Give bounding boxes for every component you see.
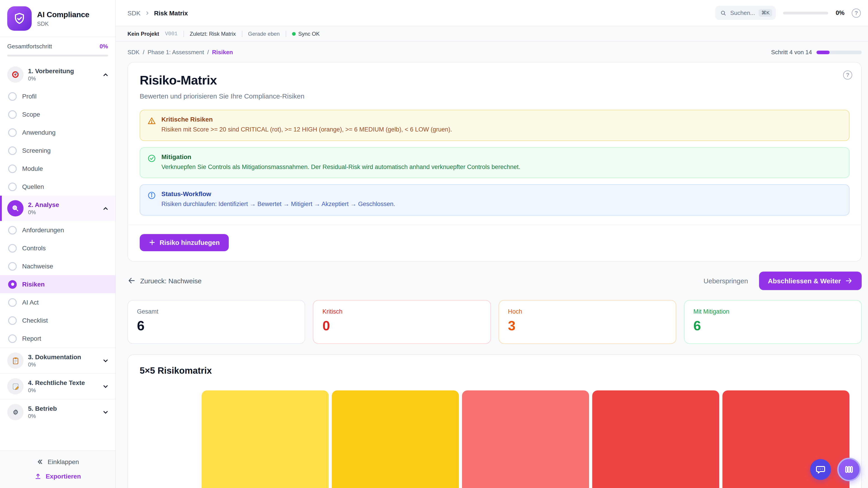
risk-matrix-card: 5×5 Risikomatrix	[127, 354, 862, 488]
page-title: Risiko-Matrix	[140, 73, 849, 88]
overall-progress-bar	[7, 55, 108, 57]
sidebar-footer: Einklappen Exportieren	[0, 451, 115, 488]
step-progress-bar	[816, 51, 862, 54]
chat-bubble-icon	[815, 464, 826, 475]
crumb-sdk[interactable]: SDK	[127, 49, 140, 56]
chevron-up-icon	[102, 205, 109, 212]
sidebar-item-controls[interactable]: Controls	[0, 239, 115, 257]
collapse-sidebar-button[interactable]: Einklappen	[36, 458, 79, 465]
radio-icon	[8, 110, 17, 119]
radio-icon	[8, 146, 17, 155]
alert-mitigation: Mitigation Verknuepfen Sie Controls als …	[140, 147, 849, 178]
memo-icon	[7, 378, 24, 394]
last-saved-time: Gerade eben	[248, 31, 280, 37]
check-circle-icon	[147, 154, 156, 162]
sidebar-nav: 1. Vorbereitung 0% Profil Scope Anwendun…	[0, 62, 115, 451]
search-icon	[720, 10, 726, 16]
arrow-right-icon	[845, 277, 852, 285]
double-chevron-left-icon	[36, 458, 43, 465]
sidebar-section-analyse[interactable]: 2. Analyse 0%	[0, 196, 115, 221]
overall-progress-value: 0%	[99, 43, 108, 50]
help-icon[interactable]: ?	[852, 8, 861, 18]
sidebar-item-risiken[interactable]: Risiken	[0, 275, 115, 293]
overall-progress: Gesamtfortschritt 0%	[0, 37, 115, 62]
header-progress-bar	[783, 11, 829, 14]
search-input[interactable]: Suchen... ⌘K	[715, 6, 776, 20]
sidebar-item-anforderungen[interactable]: Anforderungen	[0, 221, 115, 239]
chevron-down-icon	[102, 357, 109, 364]
skip-button[interactable]: Ueberspringen	[704, 277, 748, 285]
matrix-cell[interactable]	[722, 390, 849, 488]
sidebar-section-vorbereitung[interactable]: 1. Vorbereitung 0%	[0, 62, 115, 87]
stat-card-mit-mitigation: Mit Mitigation 6	[684, 300, 862, 344]
matrix-cell[interactable]	[462, 390, 589, 488]
breadcrumb: SDK / Phase 1: Assessment / Risiken	[127, 49, 233, 56]
clipboard-icon	[7, 352, 24, 369]
back-button[interactable]: Zurueck: Nachweise	[127, 276, 202, 285]
breadcrumb-current: Risk Matrix	[154, 9, 188, 17]
sidebar: AI Compliance SDK Gesamtfortschritt 0% 1…	[0, 0, 116, 488]
sidebar-item-checklist[interactable]: Checklist	[0, 311, 115, 329]
chevron-up-icon	[102, 71, 109, 78]
export-button[interactable]: Exportieren	[34, 473, 81, 480]
app-logo	[7, 6, 32, 31]
app-subtitle: SDK	[37, 21, 89, 27]
sidebar-section-dokumentation[interactable]: 3. Dokumentation 0%	[0, 348, 115, 373]
upload-icon	[34, 473, 41, 480]
radio-icon	[8, 182, 17, 191]
page-subtitle: Bewerten und priorisieren Sie Ihre Compl…	[140, 92, 849, 100]
card-help-icon[interactable]: ?	[843, 70, 852, 79]
matrix-cell[interactable]	[592, 390, 719, 488]
sidebar-item-profil[interactable]: Profil	[0, 87, 115, 105]
section-items: Anforderungen Controls Nachweise Risiken…	[0, 221, 115, 348]
stat-card-kritisch: Kritisch 0	[313, 300, 491, 344]
page-content: SDK / Phase 1: Assessment / Risiken Schr…	[116, 41, 868, 488]
search-placeholder: Suchen...	[730, 9, 755, 16]
radio-icon	[8, 92, 17, 101]
crumb-phase[interactable]: Phase 1: Assessment	[148, 49, 204, 56]
step-indicator: Schritt 4 von 14	[771, 49, 862, 56]
sidebar-item-ai-act[interactable]: AI Act	[0, 293, 115, 311]
breadcrumb-root[interactable]: SDK	[127, 9, 141, 17]
sidebar-item-anwendung[interactable]: Anwendung	[0, 123, 115, 141]
project-name: Kein Projekt	[127, 31, 159, 37]
columns-fab-button[interactable]	[837, 458, 861, 481]
risk-matrix-intro-card: ? Risiko-Matrix Bewerten und priorisiere…	[127, 62, 862, 261]
sidebar-section-rechtliche-texte[interactable]: 4. Rechtliche Texte 0%	[0, 373, 115, 399]
sync-status: Sync OK	[292, 31, 320, 37]
alert-critical-risks: Kritische Risiken Risiken mit Score >= 2…	[140, 110, 849, 141]
sidebar-item-module[interactable]: Module	[0, 160, 115, 177]
warning-triangle-icon	[147, 117, 156, 125]
radio-icon	[8, 226, 17, 234]
step-label: Schritt 4 von 14	[771, 49, 812, 56]
radio-icon	[8, 164, 17, 173]
header-progress-value: 0%	[836, 9, 844, 16]
chevron-down-icon	[102, 409, 109, 416]
matrix-cell[interactable]	[332, 390, 459, 488]
sidebar-item-scope[interactable]: Scope	[0, 105, 115, 123]
sidebar-section-betrieb[interactable]: 5. Betrieb 0%	[0, 399, 115, 425]
sidebar-item-quellen[interactable]: Quellen	[0, 177, 115, 196]
radio-icon	[8, 128, 17, 137]
sidebar-header: AI Compliance SDK	[0, 0, 115, 37]
chevron-right-icon	[145, 10, 150, 15]
arrow-left-icon	[127, 276, 135, 285]
sidebar-item-report[interactable]: Report	[0, 329, 115, 348]
complete-next-button[interactable]: Abschliessen & Weiter	[759, 271, 862, 290]
last-step-label: Zuletzt: Risk Matrix	[190, 31, 236, 37]
gear-icon	[7, 404, 24, 420]
statusbar: Kein Projekt V001 Zuletzt: Risk Matrix G…	[116, 26, 868, 41]
sidebar-item-screening[interactable]: Screening	[0, 141, 115, 160]
add-risk-button[interactable]: Risiko hinzufuegen	[140, 234, 229, 251]
shield-check-icon	[13, 12, 26, 25]
matrix-row-label-spacer	[140, 390, 198, 488]
radio-icon	[8, 262, 17, 270]
sidebar-item-nachweise[interactable]: Nachweise	[0, 257, 115, 275]
chat-fab-button[interactable]	[810, 459, 831, 480]
stat-card-gesamt: Gesamt 6	[127, 300, 305, 344]
chevron-down-icon	[102, 383, 109, 390]
matrix-cell[interactable]	[202, 390, 329, 488]
radio-selected-icon	[8, 280, 17, 289]
info-circle-icon	[147, 191, 156, 200]
radio-icon	[8, 334, 17, 343]
